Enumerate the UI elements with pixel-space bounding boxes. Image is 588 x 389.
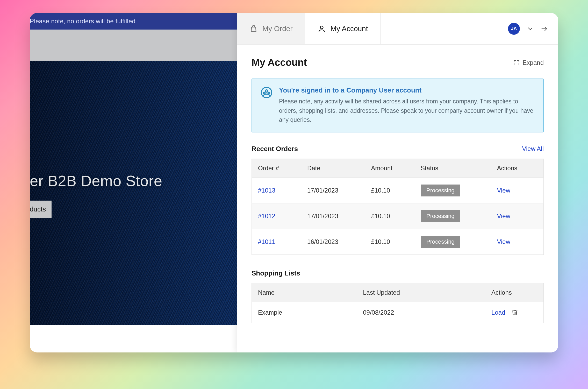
order-amount: £10.10 bbox=[365, 203, 414, 229]
hero-texture-blue bbox=[30, 61, 245, 325]
panel-body: My Account Expand bbox=[237, 45, 558, 338]
order-amount: £10.10 bbox=[365, 229, 414, 254]
panel-header-right: JA bbox=[498, 13, 558, 44]
orders-col-actions: Actions bbox=[491, 159, 543, 178]
shopping-lists-heading: Shopping Lists bbox=[252, 269, 300, 277]
recent-orders-heading: Recent Orders bbox=[252, 145, 298, 153]
svg-point-4 bbox=[263, 92, 265, 94]
shopping-lists-table: Name Last Updated Actions Example 09/08/… bbox=[252, 283, 544, 323]
lists-col-name: Name bbox=[252, 283, 357, 302]
panel-tab-bar: My Order My Account JA bbox=[237, 13, 558, 45]
tab-my-account-label: My Account bbox=[331, 25, 368, 33]
status-badge: Processing bbox=[421, 210, 460, 222]
tab-my-order[interactable]: My Order bbox=[237, 13, 305, 44]
orders-header-row: Order # Date Amount Status Actions bbox=[252, 159, 544, 178]
table-row: Example 09/08/2022 Load bbox=[252, 302, 544, 323]
lists-col-actions: Actions bbox=[485, 283, 543, 302]
account-panel: My Order My Account JA My Ac bbox=[237, 13, 558, 352]
company-account-info-banner: You're signed in to a Company User accou… bbox=[252, 79, 544, 132]
expand-button[interactable]: Expand bbox=[513, 59, 544, 66]
order-amount: £10.10 bbox=[365, 178, 414, 203]
svg-point-0 bbox=[320, 26, 323, 29]
shopping-lists-header: Shopping Lists bbox=[252, 269, 544, 277]
load-list-link[interactable]: Load bbox=[491, 309, 505, 316]
view-order-link[interactable]: View bbox=[497, 187, 510, 194]
view-order-link[interactable]: View bbox=[497, 213, 510, 220]
user-menu-chevron[interactable] bbox=[527, 25, 534, 32]
page-title: My Account bbox=[252, 57, 307, 68]
view-order-link[interactable]: View bbox=[497, 238, 510, 245]
store-hero-title: er B2B Demo Store bbox=[30, 172, 162, 189]
recent-orders-header: Recent Orders View All bbox=[252, 145, 544, 153]
avatar[interactable]: JA bbox=[508, 23, 520, 35]
orders-col-order: Order # bbox=[252, 159, 301, 178]
expand-icon bbox=[513, 60, 520, 66]
page-title-row: My Account Expand bbox=[252, 57, 544, 68]
orders-col-amount: Amount bbox=[365, 159, 414, 178]
user-icon bbox=[318, 25, 326, 33]
order-number-link[interactable]: #1012 bbox=[258, 213, 275, 220]
svg-point-3 bbox=[266, 90, 268, 92]
order-date: 17/01/2023 bbox=[301, 178, 365, 203]
order-date: 16/01/2023 bbox=[301, 229, 365, 254]
app-window: Please note, no orders will be fulfilled… bbox=[30, 13, 558, 352]
store-hero-button[interactable]: ducts bbox=[30, 201, 52, 218]
info-banner-title: You're signed in to a Company User accou… bbox=[279, 86, 535, 94]
recent-orders-table: Order # Date Amount Status Actions #1013… bbox=[252, 159, 544, 255]
order-number-link[interactable]: #1013 bbox=[258, 187, 275, 194]
order-number-link[interactable]: #1011 bbox=[258, 238, 275, 245]
table-row: #1012 17/01/2023 £10.10 Processing View bbox=[252, 203, 544, 229]
order-date: 17/01/2023 bbox=[301, 203, 365, 229]
status-badge: Processing bbox=[421, 185, 460, 196]
info-banner-content: You're signed in to a Company User accou… bbox=[279, 86, 535, 125]
list-updated: 09/08/2022 bbox=[357, 302, 485, 323]
list-actions: Load bbox=[491, 309, 534, 316]
close-panel-arrow-icon[interactable] bbox=[541, 25, 548, 32]
lists-header-row: Name Last Updated Actions bbox=[252, 283, 544, 302]
svg-point-5 bbox=[268, 92, 270, 94]
table-row: #1011 16/01/2023 £10.10 Processing View bbox=[252, 229, 544, 254]
trash-icon[interactable] bbox=[511, 309, 518, 316]
info-banner-text: Please note, any activity will be shared… bbox=[279, 97, 535, 125]
orders-col-status: Status bbox=[414, 159, 491, 178]
list-name: Example bbox=[252, 302, 357, 323]
shopping-bag-icon bbox=[249, 25, 258, 33]
expand-label: Expand bbox=[523, 59, 544, 66]
orders-col-date: Date bbox=[301, 159, 365, 178]
users-group-icon bbox=[260, 86, 273, 99]
tab-bar-spacer bbox=[380, 13, 498, 44]
tab-my-account[interactable]: My Account bbox=[305, 13, 381, 44]
status-badge: Processing bbox=[421, 236, 460, 248]
tab-my-order-label: My Order bbox=[262, 25, 293, 33]
view-all-orders-link[interactable]: View All bbox=[522, 145, 544, 152]
table-row: #1013 17/01/2023 £10.10 Processing View bbox=[252, 178, 544, 203]
lists-col-updated: Last Updated bbox=[357, 283, 485, 302]
